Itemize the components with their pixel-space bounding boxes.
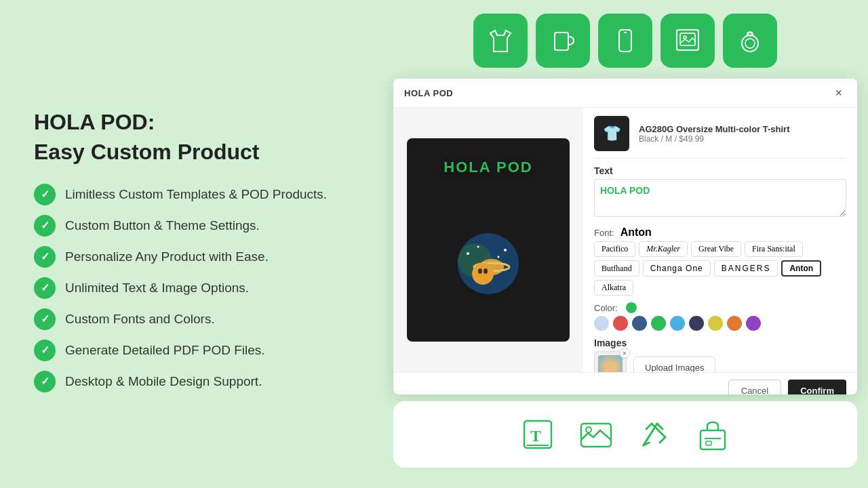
- color-section: Color:: [594, 302, 846, 331]
- color-swatch[interactable]: [670, 316, 685, 331]
- svg-point-7: [745, 39, 755, 48]
- color-swatch[interactable]: [689, 316, 704, 331]
- color-swatch[interactable]: [727, 316, 742, 331]
- svg-point-18: [477, 246, 479, 248]
- product-header: 👕 AG280G Oversize Multi-color T-shirt Bl…: [594, 116, 846, 159]
- confirm-button[interactable]: Confirm: [788, 380, 846, 394]
- feature-text: Generate Detailed PDF POD Files.: [65, 343, 265, 358]
- left-panel: HOLA POD: Easy Custom Product ✓ Limitles…: [0, 0, 393, 488]
- svg-point-13: [472, 263, 494, 285]
- color-swatch[interactable]: [651, 316, 666, 331]
- modal-config-panel: 👕 AG280G Oversize Multi-color T-shirt Bl…: [583, 108, 857, 372]
- feature-text: Unlimited Text & Image Options.: [65, 281, 249, 296]
- upload-images-button[interactable]: Upload Images: [633, 357, 715, 373]
- product-icon-tshirt[interactable]: [473, 14, 528, 68]
- selected-color-dot: [626, 302, 637, 313]
- font-chip-alkatra[interactable]: Alkatra: [594, 280, 633, 296]
- images-section-label: Images: [594, 338, 846, 348]
- font-chip-greatvibe[interactable]: Great Vibe: [691, 241, 741, 257]
- font-section: Font: Anton Pacifico Mr.Kagler Great Vib…: [594, 226, 846, 296]
- uploaded-image-preview: [598, 355, 623, 372]
- modal: HOLA POD × HOLA POD: [393, 79, 857, 394]
- feature-text: Custom Fonts and Colors.: [65, 312, 215, 327]
- check-icon: ✓: [34, 246, 56, 268]
- product-preview: HOLA POD: [393, 108, 583, 372]
- feature-item: ✓ Desktop & Mobile Design Support.: [34, 371, 366, 392]
- brand-title-line2: Easy Custom Product: [34, 140, 366, 165]
- product-info: AG280G Oversize Multi-color T-shirt Blac…: [639, 124, 790, 144]
- check-icon: ✓: [34, 277, 56, 299]
- tshirt-graphic: HOLA POD: [407, 138, 570, 342]
- modal-header: HOLA POD ×: [393, 79, 857, 108]
- modal-close-button[interactable]: ×: [831, 85, 846, 100]
- text-section: Text HOLA POD: [594, 165, 846, 220]
- top-icons-row: [393, 11, 857, 72]
- remove-image-button[interactable]: ×: [619, 348, 630, 359]
- color-swatch[interactable]: [632, 316, 647, 331]
- bottom-icon-print-bag[interactable]: [689, 411, 736, 458]
- font-chip-changa[interactable]: Changa One: [643, 260, 711, 277]
- product-thumbnail: 👕: [594, 116, 629, 151]
- modal-footer: Cancel Confirm: [393, 372, 857, 394]
- color-label: Color:: [594, 303, 618, 313]
- svg-text:T: T: [530, 427, 541, 445]
- color-swatch[interactable]: [708, 316, 723, 331]
- feature-item: ✓ Custom Fonts and Colors.: [34, 308, 366, 330]
- font-chip-mrkayler[interactable]: Mr.Kagler: [639, 241, 688, 257]
- font-chip-fira[interactable]: Fira Sans:ital: [745, 241, 803, 257]
- modal-body: HOLA POD: [393, 108, 857, 372]
- feature-item: ✓ Custom Button & Theme Settings.: [34, 215, 366, 237]
- feature-text: Custom Button & Theme Settings.: [65, 218, 260, 233]
- feature-item: ✓ Limitless Custom Templates & POD Produ…: [34, 184, 366, 205]
- font-chip-pacifico[interactable]: Pacifico: [594, 241, 635, 257]
- features-list: ✓ Limitless Custom Templates & POD Produ…: [34, 184, 366, 392]
- right-layout: HOLA POD × HOLA POD: [393, 0, 868, 488]
- svg-point-6: [742, 35, 758, 52]
- brand-title-line1: HOLA POD:: [34, 109, 366, 135]
- modal-title: HOLA POD: [404, 88, 453, 98]
- tshirt-design-svg: [441, 206, 536, 301]
- font-chip-anton[interactable]: Anton: [781, 260, 821, 277]
- svg-point-5: [684, 36, 686, 39]
- svg-rect-0: [555, 33, 568, 50]
- svg-line-30: [660, 437, 665, 443]
- check-icon: ✓: [34, 340, 56, 361]
- product-icon-phone[interactable]: [598, 14, 652, 68]
- product-icon-framed-art[interactable]: [660, 14, 715, 68]
- svg-point-17: [504, 249, 507, 251]
- svg-point-15: [484, 268, 488, 274]
- check-icon: ✓: [34, 184, 56, 205]
- svg-point-14: [478, 268, 482, 274]
- text-input[interactable]: HOLA POD: [594, 179, 846, 217]
- bottom-icon-edit-tools[interactable]: [631, 411, 678, 458]
- font-chip-butfhand[interactable]: Butfhand: [594, 260, 639, 277]
- font-chip-bangers[interactable]: BANGERS: [714, 260, 778, 277]
- svg-point-24: [586, 427, 591, 432]
- check-icon: ✓: [34, 371, 56, 392]
- color-swatches-row: [594, 316, 846, 331]
- svg-point-16: [467, 252, 469, 255]
- svg-point-19: [498, 256, 500, 258]
- product-icon-ring[interactable]: [723, 14, 777, 68]
- font-label: Font:: [594, 228, 614, 238]
- bottom-icon-image-gallery[interactable]: [572, 411, 620, 458]
- color-swatch[interactable]: [746, 316, 761, 331]
- product-thumb-icon: 👕: [603, 125, 621, 142]
- color-swatch[interactable]: [594, 316, 609, 331]
- font-chips-row: Pacifico Mr.Kagler Great Vibe Fira Sans:…: [594, 241, 846, 296]
- check-icon: ✓: [34, 308, 56, 330]
- product-detail: Black / M / $49.99: [639, 134, 790, 144]
- svg-line-29: [646, 424, 652, 429]
- cancel-button[interactable]: Cancel: [728, 380, 781, 394]
- feature-item: ✓ Generate Detailed PDF POD Files.: [34, 340, 366, 361]
- feature-text: Limitless Custom Templates & POD Product…: [65, 187, 327, 202]
- font-selected-name: Anton: [620, 226, 652, 239]
- svg-rect-33: [706, 441, 711, 445]
- color-swatch[interactable]: [613, 316, 628, 331]
- feature-text: Personalize Any Product with Ease.: [65, 249, 269, 264]
- tshirt-text-overlay: HOLA POD: [443, 159, 532, 176]
- bottom-icon-text-format[interactable]: T: [514, 411, 561, 458]
- feature-item: ✓ Personalize Any Product with Ease.: [34, 246, 366, 268]
- product-icon-mug[interactable]: [536, 14, 590, 68]
- svg-rect-31: [701, 430, 725, 449]
